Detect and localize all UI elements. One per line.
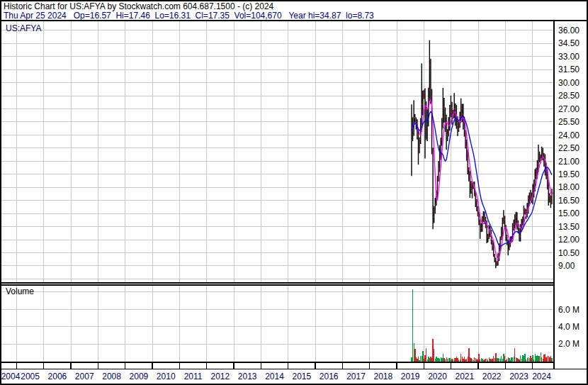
svg-text:2015: 2015 <box>293 372 312 381</box>
svg-text:16.50: 16.50 <box>558 196 579 206</box>
svg-text:2023: 2023 <box>509 372 528 381</box>
svg-text:33.00: 33.00 <box>558 52 579 62</box>
svg-text:2022: 2022 <box>482 372 502 381</box>
svg-text:2006: 2006 <box>48 372 67 381</box>
svg-text:2004: 2004 <box>1 372 21 381</box>
volume-bars <box>411 289 552 361</box>
svg-text:2016: 2016 <box>320 372 339 381</box>
svg-text:36.00: 36.00 <box>558 26 579 35</box>
svg-text:13.50: 13.50 <box>558 222 579 232</box>
svg-text:9.00: 9.00 <box>558 261 575 271</box>
svg-text:2007: 2007 <box>75 372 94 381</box>
svg-text:2012: 2012 <box>211 372 230 381</box>
price-bars <box>412 40 552 269</box>
svg-text:2013: 2013 <box>238 372 257 381</box>
gridlines <box>1 21 553 362</box>
price-axis-labels: 36.0034.5033.0031.5030.0028.5027.0025.50… <box>558 26 579 271</box>
svg-text:2.0 M: 2.0 M <box>558 339 579 349</box>
chart-canvas: 36.0034.5033.0031.5030.0028.5027.0025.50… <box>0 0 588 385</box>
volume-panel-label: Volume <box>6 287 34 296</box>
historic-chart-window: 36.0034.5033.0031.5030.0028.5027.0025.50… <box>0 0 588 385</box>
svg-text:12.00: 12.00 <box>558 235 579 245</box>
svg-text:27.00: 27.00 <box>558 104 579 114</box>
svg-text:2021: 2021 <box>455 372 474 381</box>
svg-text:2017: 2017 <box>346 372 366 381</box>
svg-text:10.50: 10.50 <box>558 248 579 258</box>
svg-text:28.50: 28.50 <box>558 91 579 101</box>
svg-text:21.00: 21.00 <box>558 157 579 167</box>
svg-text:2008: 2008 <box>102 372 121 381</box>
svg-text:25.50: 25.50 <box>558 117 579 127</box>
svg-text:2009: 2009 <box>130 372 149 381</box>
symbol-label: US:AFYA <box>6 24 41 33</box>
svg-text:24.00: 24.00 <box>558 130 579 140</box>
svg-text:2011: 2011 <box>184 372 203 381</box>
svg-text:2024: 2024 <box>532 372 551 381</box>
svg-text:2010: 2010 <box>157 372 176 381</box>
svg-text:2018: 2018 <box>374 372 393 381</box>
year-axis-labels: 2004200520062007200820092010201120122013… <box>1 372 552 381</box>
svg-text:34.50: 34.50 <box>558 38 579 48</box>
svg-text:31.50: 31.50 <box>558 65 579 74</box>
svg-text:18.00: 18.00 <box>558 182 579 192</box>
svg-text:4.0 M: 4.0 M <box>558 322 579 332</box>
svg-text:15.00: 15.00 <box>558 208 579 218</box>
svg-text:2020: 2020 <box>428 372 447 381</box>
svg-text:19.50: 19.50 <box>558 169 579 179</box>
volume-axis-labels: 6.0 M4.0 M2.0 M <box>558 305 579 350</box>
svg-text:2005: 2005 <box>21 372 40 381</box>
year-tick-marks <box>16 363 532 369</box>
svg-text:6.0 M: 6.0 M <box>558 305 579 315</box>
svg-text:2019: 2019 <box>401 372 420 381</box>
svg-text:30.00: 30.00 <box>558 78 579 88</box>
svg-text:2014: 2014 <box>265 372 284 381</box>
quote-summary-line: Thu Apr 25 2024 Op=16.57 Hi=17.46 Lo=16.… <box>4 11 374 21</box>
svg-text:22.50: 22.50 <box>558 143 579 153</box>
